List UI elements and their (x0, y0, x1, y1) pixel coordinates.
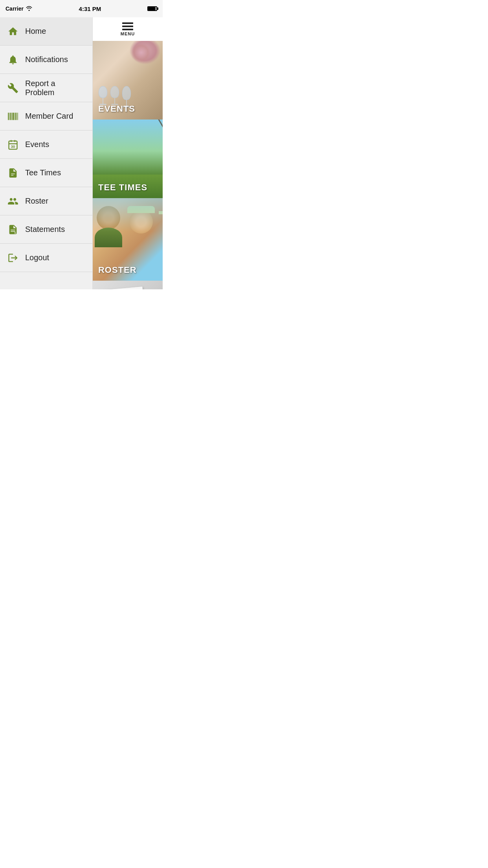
app-container: Home Notifications Report a Problem (0, 17, 163, 289)
status-right (147, 6, 157, 11)
svg-rect-1 (9, 112, 10, 120)
sidebar-item-report-problem[interactable]: Report a Problem (0, 74, 92, 102)
wifi-icon (26, 6, 33, 12)
status-bar: Carrier 4:31 PM (0, 0, 163, 17)
statements-card[interactable]: Charge $0.00 Amount Paid Charge $0.00 Am… (93, 281, 163, 289)
svg-text:30: 30 (11, 145, 15, 149)
events-card-label: EVENTS (98, 104, 135, 114)
document-icon (6, 167, 20, 178)
people-icon (6, 196, 20, 207)
wrench-icon (6, 83, 20, 94)
sidebar-item-notifications-label: Notifications (25, 55, 68, 64)
svg-rect-4 (13, 112, 14, 120)
right-panel: MENU (93, 17, 163, 289)
logout-icon (6, 252, 20, 263)
sidebar-item-notifications[interactable]: Notifications (0, 46, 92, 74)
sidebar: Home Notifications Report a Problem (0, 17, 93, 289)
carrier-label: Carrier (6, 6, 24, 12)
sidebar-item-tee-times[interactable]: Tee Times (0, 159, 92, 187)
tee-times-card-label: TEE TIMES (98, 182, 147, 193)
statement-icon: $ (6, 224, 20, 235)
svg-rect-8 (18, 112, 18, 120)
menu-label: MENU (121, 31, 135, 36)
sidebar-item-home[interactable]: Home (0, 17, 92, 46)
sidebar-item-report-label: Report a Problem (25, 79, 86, 97)
bell-icon (6, 54, 20, 65)
svg-rect-7 (17, 112, 17, 120)
tee-times-card[interactable]: TEE TIMES (93, 120, 163, 198)
sidebar-item-events[interactable]: 30 Events (0, 131, 92, 159)
sidebar-item-home-label: Home (25, 27, 46, 36)
roster-card-label: ROSTER (98, 265, 137, 275)
svg-rect-5 (15, 112, 15, 120)
time-display: 4:31 PM (79, 6, 101, 12)
sidebar-item-member-card[interactable]: Member Card (0, 102, 92, 131)
events-card[interactable]: EVENTS (93, 41, 163, 120)
battery-icon (147, 6, 157, 11)
sidebar-item-events-label: Events (25, 140, 49, 149)
svg-text:$: $ (15, 231, 16, 234)
sidebar-item-roster[interactable]: Roster (0, 187, 92, 215)
home-icon (6, 26, 20, 37)
sidebar-item-logout-label: Logout (25, 253, 49, 262)
svg-rect-3 (12, 112, 12, 120)
sidebar-item-statements[interactable]: $ Statements (0, 215, 92, 244)
svg-rect-2 (10, 112, 11, 120)
sidebar-item-logout[interactable]: Logout (0, 244, 92, 272)
barcode-icon (6, 111, 20, 122)
sidebar-item-statements-label: Statements (25, 225, 65, 234)
svg-rect-6 (15, 112, 16, 120)
sidebar-item-tee-times-label: Tee Times (25, 168, 61, 177)
sidebar-item-member-card-label: Member Card (25, 112, 73, 121)
svg-rect-0 (8, 112, 9, 120)
sidebar-item-roster-label: Roster (25, 197, 48, 206)
menu-header[interactable]: MENU (93, 17, 163, 41)
roster-card[interactable]: ROSTER (93, 198, 163, 281)
calendar-icon: 30 (6, 139, 20, 150)
status-left: Carrier (6, 6, 33, 12)
hamburger-menu-icon (122, 22, 133, 30)
